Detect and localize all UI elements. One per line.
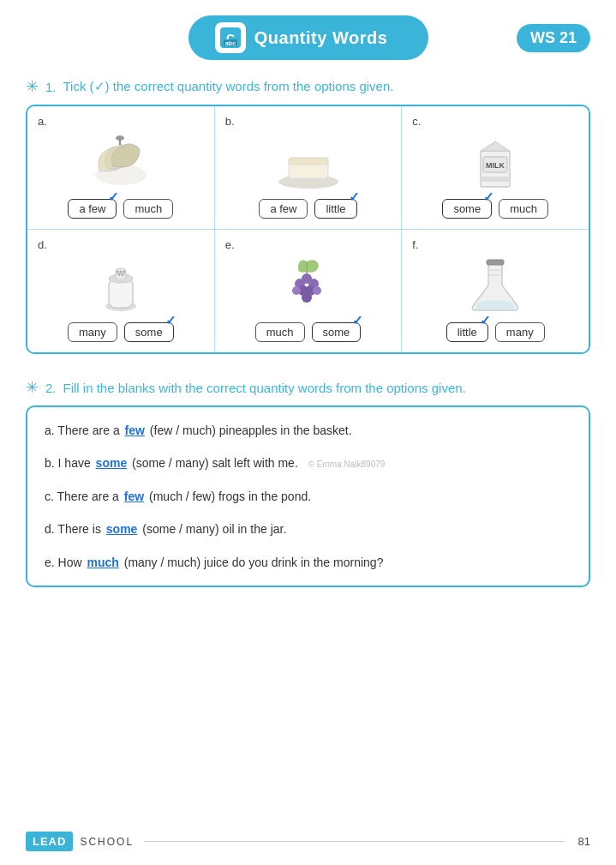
cell-e-buttons: much ✓ some [255, 322, 362, 342]
flask-image [412, 253, 578, 317]
grid-row-1: a. [27, 106, 589, 230]
cell-f-btn-1[interactable]: ✓ little [446, 322, 488, 342]
svg-point-21 [119, 271, 122, 273]
fill-item-e: e. How much (many / much) juice do you d… [45, 553, 571, 572]
cell-b-buttons: a few ✓ little [259, 199, 356, 219]
svg-point-24 [121, 273, 123, 276]
checkmark-d: ✓ [165, 313, 176, 328]
fill-a-before: There are a [57, 423, 123, 437]
fill-b-id: b. [45, 456, 55, 470]
cell-b-label: b. [225, 115, 235, 128]
cell-f-btn-2[interactable]: many [495, 322, 545, 342]
fill-d-after: (some / many) oil in the jar. [139, 522, 286, 536]
fill-e-answer: much [85, 556, 120, 569]
cell-f-buttons: ✓ little many [446, 322, 545, 342]
section1-grid: a. [26, 105, 590, 354]
cell-a-btn-2[interactable]: much [123, 199, 173, 219]
svg-text:abc: abc [225, 40, 236, 46]
svg-rect-35 [487, 260, 504, 265]
title-pill: C abc Quantity Words [188, 15, 428, 60]
svg-point-22 [123, 271, 125, 273]
fill-e-before: How [58, 556, 86, 569]
checkmark-c: ✓ [483, 189, 494, 205]
section1-instruction: Tick (✓) the correct quantity words from… [63, 79, 394, 94]
footer-school: SCHOOL [80, 836, 134, 848]
section2-instruction: Fill in the blanks with the correct quan… [63, 381, 466, 395]
cell-d-label: d. [38, 238, 47, 251]
section2-title: ✳ 2. Fill in the blanks with the correct… [26, 378, 590, 397]
cell-e-label: e. [225, 238, 235, 251]
fill-e-id: e. [45, 556, 55, 569]
svg-text:MILK: MILK [486, 161, 505, 170]
page-title: Quantity Words [254, 28, 388, 48]
section-2: ✳ 2. Fill in the blanks with the correct… [0, 371, 616, 587]
fill-c-after: (much / few) frogs in the pond. [146, 490, 311, 503]
fill-d-before: There is [57, 522, 104, 536]
section1-title: ✳ 1. Tick (✓) the correct quantity words… [26, 77, 590, 96]
grid-cell-c: c. MILK [402, 106, 589, 229]
lead-logo: LEAD [26, 832, 73, 851]
svg-rect-19 [116, 268, 126, 280]
cell-a-buttons: ✓ a few much [68, 199, 173, 219]
section1-number: 1. [45, 80, 57, 94]
cell-c-btn-2[interactable]: much [499, 199, 548, 219]
grid-cell-a: a. [27, 106, 215, 229]
salt-image [38, 253, 204, 317]
cell-e-btn-1[interactable]: much [255, 322, 305, 342]
checkmark-a: ✓ [108, 189, 119, 205]
fill-a-id: a. [45, 423, 55, 437]
grapes-image [225, 253, 392, 317]
fill-item-d: d. There is some (some / many) oil in th… [45, 520, 571, 538]
fill-item-a: a. There are a few (few / much) pineappl… [45, 421, 571, 440]
cell-f-label: f. [412, 238, 418, 251]
fill-c-id: c. [45, 490, 54, 503]
fill-c-answer: few [123, 490, 146, 503]
cell-c-label: c. [412, 115, 421, 128]
section2-number: 2. [45, 381, 57, 395]
footer-page: 81 [578, 835, 590, 848]
bulb-icon: ✳ [26, 77, 39, 96]
fill-b-before: I have [58, 456, 94, 470]
cell-d-btn-1[interactable]: many [68, 322, 117, 342]
svg-point-33 [292, 286, 301, 295]
grid-cell-f: f. [402, 230, 589, 352]
milk-image: MILK [412, 129, 578, 194]
footer: LEAD SCHOOL 81 [26, 832, 590, 851]
grid-cell-b: b. a few ✓ [215, 106, 403, 229]
ws-badge: WS 21 [517, 24, 590, 52]
cell-a-label: a. [38, 115, 47, 128]
fill-item-b: b. I have some (some / many) salt left w… [45, 454, 571, 472]
bulb-icon-2: ✳ [26, 378, 39, 397]
cell-a-btn-1[interactable]: ✓ a few [68, 199, 117, 219]
svg-point-20 [116, 271, 118, 273]
svg-point-6 [116, 135, 124, 141]
cell-d-buttons: many ✓ some [68, 322, 174, 342]
cell-d-btn-2[interactable]: ✓ some [124, 322, 174, 342]
fill-b-answer: some [94, 456, 129, 470]
cell-e-btn-2[interactable]: ✓ some [312, 322, 362, 342]
cell-b-btn-1[interactable]: a few [259, 199, 308, 219]
cell-c-btn-1[interactable]: ✓ some [442, 199, 492, 219]
fill-a-after: (few / much) pineapples in the basket. [147, 423, 352, 437]
svg-point-23 [117, 273, 120, 276]
fill-e-after: (many / much) juice do you drink in the … [121, 556, 384, 569]
cell-c-buttons: ✓ some much [442, 199, 548, 219]
svg-marker-12 [481, 141, 510, 151]
svg-rect-10 [289, 158, 328, 165]
watermark: © Emma Naik89079 [308, 460, 386, 469]
footer-line [144, 841, 564, 842]
grid-cell-d: d. [27, 230, 215, 352]
header: C abc Quantity Words WS 21 [0, 0, 616, 70]
banana-image [38, 129, 204, 194]
checkmark-f: ✓ [480, 313, 491, 328]
cell-b-btn-2[interactable]: ✓ little [314, 199, 356, 219]
section-1: ✳ 1. Tick (✓) the correct quantity words… [0, 70, 616, 354]
fill-c-before: There are a [57, 490, 123, 503]
fill-a-answer: few [123, 423, 147, 437]
butter-image [225, 129, 392, 194]
fill-b-after: (some / many) salt left with me. [129, 456, 298, 470]
svg-point-32 [302, 292, 312, 303]
fill-d-answer: some [105, 522, 140, 536]
page: C abc Quantity Words WS 21 ✳ 1. Tick (✓)… [0, 0, 616, 865]
svg-rect-15 [481, 177, 510, 182]
